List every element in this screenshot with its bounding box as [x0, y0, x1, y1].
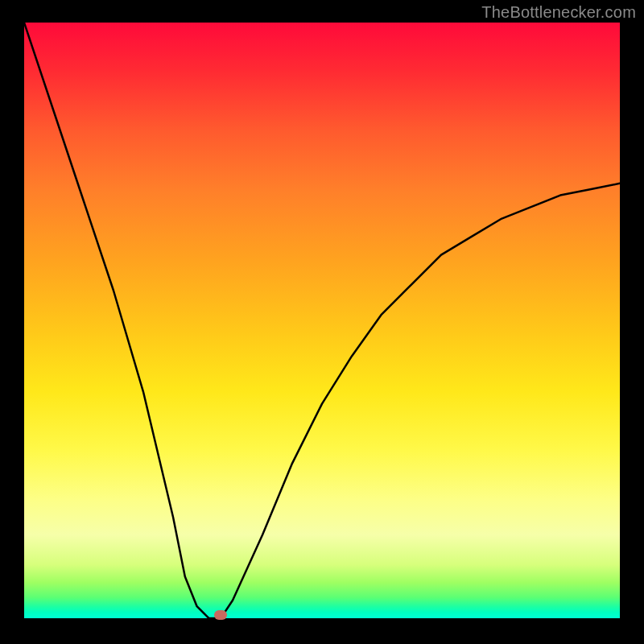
chart-frame: TheBottlenecker.com: [0, 0, 644, 644]
watermark-text: TheBottlenecker.com: [481, 3, 636, 22]
minimum-marker-icon: [214, 610, 227, 620]
plot-area: [24, 23, 620, 618]
bottleneck-curve: [24, 23, 620, 618]
